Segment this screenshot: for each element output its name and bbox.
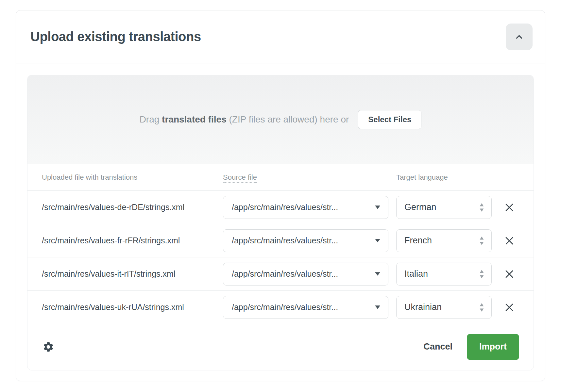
target-language-select[interactable]: French [396,229,492,252]
import-settings-button[interactable] [42,340,55,353]
page-title: Upload existing translations [30,29,201,44]
remove-row-button[interactable] [502,267,516,281]
footer-actions: Cancel Import [423,334,519,360]
cancel-button[interactable]: Cancel [423,342,452,352]
close-icon [504,236,514,246]
table-rows: /src/main/res/values-de-rDE/strings.xml … [27,191,534,324]
close-icon [504,269,514,279]
uploaded-file-cell: /src/main/res/values-it-rIT/strings.xml [42,269,223,279]
close-icon [504,302,514,312]
uploaded-file-path: /src/main/res/values-uk-rUA/strings.xml [42,302,184,312]
target-language-select[interactable]: Italian [396,263,492,286]
source-file-cell: /app/src/main/res/values/str... [223,196,396,219]
dropzone-text-suffix: (ZIP files are allowed) here or [229,114,349,124]
row-actions-cell [500,267,519,281]
source-file-cell: /app/src/main/res/values/str... [223,263,396,286]
dialog-footer: Cancel Import [27,324,534,369]
caret-down-icon [375,272,380,276]
upload-panel: Drag translated files (ZIP files are all… [27,75,534,370]
target-language-value: German [404,202,436,212]
target-language-cell: Italian [396,263,500,286]
uploaded-file-cell: /src/main/res/values-fr-rFR/strings.xml [42,236,223,245]
target-language-select[interactable]: Ukrainian [396,296,492,319]
uploaded-file-path: /src/main/res/values-de-rDE/strings.xml [42,203,184,212]
file-dropzone[interactable]: Drag translated files (ZIP files are all… [27,75,534,164]
column-header-uploaded-file: Uploaded file with translations [42,173,223,182]
target-language-cell: French [396,229,500,252]
row-actions-cell [500,234,519,248]
target-language-cell: Ukrainian [396,296,500,319]
row-actions-cell [500,301,519,314]
column-header-source-file: Source file [223,173,396,182]
source-file-value: /app/src/main/res/values/str... [232,269,338,279]
uploaded-file-path: /src/main/res/values-it-rIT/strings.xml [42,269,175,278]
source-file-cell: /app/src/main/res/values/str... [223,296,396,319]
table-row: /src/main/res/values-uk-rUA/strings.xml … [27,291,534,324]
dropzone-text-bold: translated files [162,114,227,124]
source-file-value: /app/src/main/res/values/str... [232,203,338,212]
uploaded-file-cell: /src/main/res/values-de-rDE/strings.xml [42,203,223,212]
remove-row-button[interactable] [502,201,516,214]
table-row: /src/main/res/values-fr-rFR/strings.xml … [27,224,534,257]
row-actions-cell [500,201,519,214]
dialog-header: Upload existing translations [16,10,545,63]
table-header-row: Uploaded file with translations Source f… [27,164,534,191]
sort-arrows-icon [479,303,484,312]
sort-arrows-icon [479,237,484,245]
upload-translations-dialog: Upload existing translations Drag transl… [16,10,545,381]
remove-row-button[interactable] [502,301,516,314]
source-file-select[interactable]: /app/src/main/res/values/str... [223,296,388,319]
target-language-value: Italian [404,269,428,279]
dropzone-text-prefix: Drag [140,114,160,124]
source-file-cell: /app/src/main/res/values/str... [223,229,396,252]
source-file-select[interactable]: /app/src/main/res/values/str... [223,263,388,286]
dropzone-instructions: Drag translated files (ZIP files are all… [140,114,349,125]
table-row: /src/main/res/values-it-rIT/strings.xml … [27,257,534,291]
caret-down-icon [375,239,380,242]
sort-arrows-icon [479,203,484,212]
caret-down-icon [375,205,380,209]
target-language-value: Ukrainian [404,302,442,312]
uploaded-files-table: Uploaded file with translations Source f… [27,164,534,324]
chevron-up-icon [514,32,524,42]
source-file-tooltip-label[interactable]: Source file [223,173,257,183]
uploaded-file-path: /src/main/res/values-fr-rFR/strings.xml [42,236,180,245]
caret-down-icon [375,305,380,309]
remove-row-button[interactable] [502,234,516,248]
close-icon [504,203,514,212]
source-file-select[interactable]: /app/src/main/res/values/str... [223,229,388,252]
import-button[interactable]: Import [467,334,519,360]
source-file-select[interactable]: /app/src/main/res/values/str... [223,196,388,219]
source-file-value: /app/src/main/res/values/str... [232,236,338,245]
sort-arrows-icon [479,270,484,278]
target-language-select[interactable]: German [396,196,492,219]
collapse-button[interactable] [506,24,533,50]
target-language-cell: German [396,196,500,219]
table-row: /src/main/res/values-de-rDE/strings.xml … [27,191,534,224]
source-file-value: /app/src/main/res/values/str... [232,302,338,312]
gear-icon [42,341,54,353]
uploaded-file-cell: /src/main/res/values-uk-rUA/strings.xml [42,302,223,312]
target-language-value: French [404,236,432,246]
column-header-target-language: Target language [396,173,500,182]
select-files-button[interactable]: Select Files [358,110,421,129]
